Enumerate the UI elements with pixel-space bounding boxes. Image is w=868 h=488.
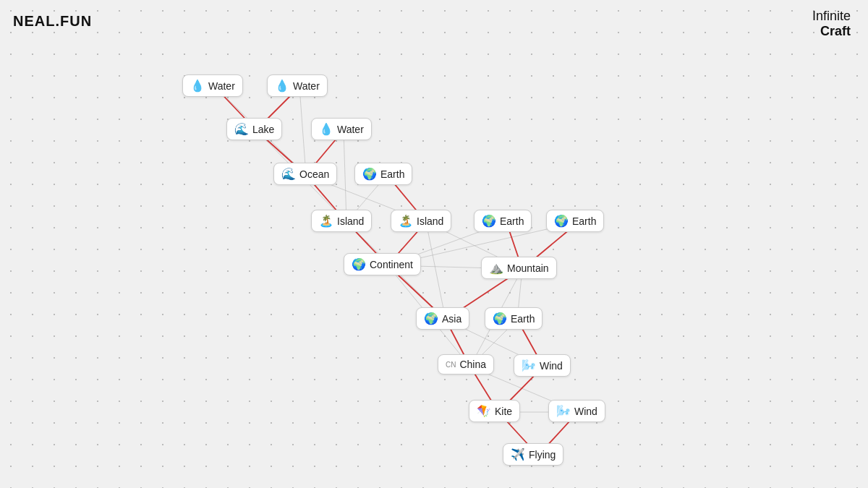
node-flying[interactable]: ✈️Flying [503, 443, 563, 466]
node-label: Water [208, 80, 235, 92]
node-earth3[interactable]: 🌍Earth [546, 210, 604, 232]
wind-icon: 🌬️ [556, 404, 571, 418]
earth-icon: 🌍 [554, 214, 569, 228]
earth-icon: 🌍 [362, 167, 377, 181]
node-label: Earth [572, 215, 596, 227]
node-island1[interactable]: 🏝️Island [311, 210, 372, 232]
node-water3[interactable]: 💧Water [311, 118, 372, 140]
node-continent[interactable]: 🌍Continent [344, 253, 421, 275]
flying-icon: ✈️ [511, 448, 525, 461]
node-label: Mountain [507, 262, 549, 274]
node-earth4[interactable]: 🌍Earth [485, 307, 542, 330]
node-wind2[interactable]: 🌬️Wind [548, 400, 605, 422]
node-label: Island [337, 215, 364, 227]
node-label: Kite [495, 406, 512, 417]
neal-fun-logo: NEAL.FUN [13, 13, 92, 30]
mountain-icon: ⛰️ [489, 261, 503, 275]
node-label: Wind [574, 406, 597, 417]
earth-icon: 🌍 [424, 312, 438, 325]
water-icon: 💧 [319, 122, 333, 136]
svg-line-11 [426, 222, 446, 320]
kite-icon: 🪁 [477, 404, 491, 418]
node-island2[interactable]: 🏝️Island [391, 210, 451, 232]
node-label: Water [337, 124, 364, 135]
water-icon: 💧 [190, 79, 205, 93]
node-label: Lake [252, 124, 274, 135]
node-kite[interactable]: 🪁Kite [469, 400, 520, 422]
svg-line-3 [344, 130, 346, 222]
svg-line-1 [299, 87, 306, 175]
wind-icon: 🌬️ [522, 359, 536, 372]
node-label: Asia [442, 313, 461, 325]
node-label: Earth [380, 168, 404, 180]
node-label: Wind [540, 360, 563, 372]
node-ocean[interactable]: 🌊Ocean [273, 163, 337, 185]
node-water1[interactable]: 💧Water [182, 74, 243, 97]
node-wind1[interactable]: 🌬️Wind [514, 354, 571, 377]
connections-canvas [0, 0, 868, 488]
earth-icon: 🌍 [352, 257, 366, 271]
node-label: Island [417, 215, 443, 227]
earth-icon: 🌍 [482, 214, 496, 228]
node-label: China [459, 359, 486, 370]
node-label: Water [293, 80, 320, 92]
node-water2[interactable]: 💧Water [267, 74, 328, 97]
node-asia[interactable]: 🌍Asia [416, 307, 469, 330]
infinite-craft-logo: Infinite Craft [812, 9, 851, 39]
node-earth1[interactable]: 🌍Earth [354, 163, 412, 185]
node-china[interactable]: CNChina [438, 354, 494, 374]
island-icon: 🏝️ [319, 214, 333, 228]
node-label: Ocean [299, 168, 329, 180]
island-icon: 🏝️ [399, 214, 413, 228]
wave-icon: 🌊 [281, 167, 296, 181]
earth-icon: 🌍 [493, 312, 507, 325]
wave-icon: 🌊 [234, 122, 249, 136]
flag-cn-icon: CN [446, 361, 456, 369]
node-lake[interactable]: 🌊Lake [226, 118, 282, 140]
node-mountain[interactable]: ⛰️Mountain [481, 257, 557, 279]
water-icon: 💧 [275, 79, 289, 93]
node-earth2[interactable]: 🌍Earth [474, 210, 532, 232]
node-label: Flying [529, 449, 556, 461]
node-label: Continent [370, 259, 413, 270]
node-label: Earth [500, 215, 524, 227]
node-label: Earth [511, 313, 535, 325]
